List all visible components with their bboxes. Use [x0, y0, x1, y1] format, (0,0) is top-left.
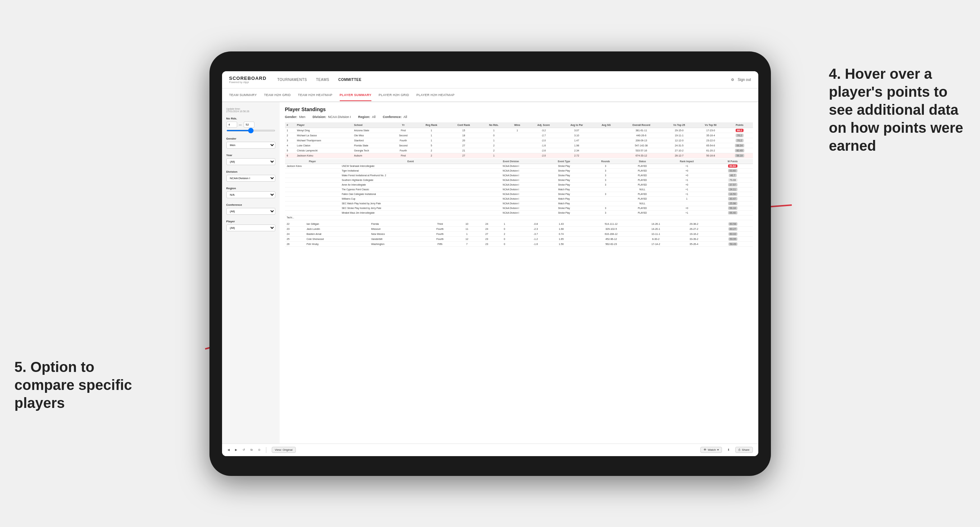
col-overall: Overall Record	[619, 122, 663, 128]
annotation-top-right: 4. Hover over a player's points to see a…	[829, 65, 966, 155]
update-time: Update time: 27/01/2024 16:56:26	[226, 108, 275, 113]
col-avg-to-par: Avg to Par	[560, 122, 593, 128]
no-rds-slider[interactable]	[226, 130, 275, 131]
chevron-down-icon: ▾	[717, 448, 719, 451]
back-button[interactable]: ◀	[228, 448, 230, 451]
table-row: 5 Christo Lamprecht Georgia Tech Fourth …	[285, 148, 753, 153]
sidebar-gender: Gender Men	[226, 137, 275, 149]
sidebar-year: Year (All)	[226, 154, 275, 165]
table-row: 23 Jack Lundin Missouri Fourth 11 24 0 -…	[285, 226, 753, 231]
gender-select[interactable]: Men	[226, 142, 275, 149]
sidebar-region: Region N/A	[226, 187, 275, 198]
col-avg-sg: Avg SG	[593, 122, 619, 128]
player-label: Player	[226, 220, 275, 223]
table-row: 26 Petr Hruby Washington Fifth 7 23 0 -1…	[285, 241, 753, 246]
tooltip-col-status: Status	[624, 159, 661, 164]
tooltip-row: SEC Stroke Play hosted by Jerry Pate NCA…	[285, 206, 753, 210]
share-label: Share	[742, 448, 749, 451]
table-row: 4 Luke Claton Florida State Second 5 27 …	[285, 143, 753, 148]
refresh-button[interactable]: ↺	[243, 448, 245, 451]
sub-nav-player-h2h-heatmap[interactable]: PLAYER H2H HEATMAP	[417, 90, 455, 101]
filter-gender: Gender: Men	[285, 115, 305, 119]
view-label: View: Original	[275, 448, 293, 451]
tooltip-col-rounds: Rounds	[587, 159, 624, 164]
logo-text: SCOREBOARD	[229, 76, 267, 81]
no-rds-min-input[interactable]	[226, 122, 237, 128]
history-button[interactable]: ⊙	[258, 448, 261, 451]
sub-nav-player-summary[interactable]: PLAYER SUMMARY	[340, 90, 372, 101]
sidebar-division: Division NCAA Division I	[226, 170, 275, 182]
region-label: Region	[226, 187, 275, 190]
logo-sub: Powered by clippi	[229, 81, 267, 83]
nav-teams[interactable]: TEAMS	[316, 76, 329, 83]
tooltip-col-event-div: Event Division	[481, 159, 541, 164]
year-select[interactable]: (All)	[226, 158, 275, 165]
region-select[interactable]: N/A	[226, 191, 275, 198]
share-button[interactable]: ⎙ Share	[735, 447, 752, 453]
table-row: 22 Ian Gilligan Florida Third 10 24 1 -0…	[285, 222, 753, 227]
main-content: Update time: 27/01/2024 16:56:26 No Rds.…	[222, 102, 758, 444]
bottom-toolbar: ◀ ▶ ↺ ⧉ ⊙ View: Original 👁 Watch ▾ ⬇	[222, 444, 758, 456]
table-title: Player Standings	[285, 106, 753, 112]
table-row: 1 Wenyi Ding Arizona State First 1 15 1 …	[285, 128, 753, 133]
tablet-screen: SCOREBOARD Powered by clippi TOURNAMENTS…	[222, 71, 758, 456]
division-select[interactable]: NCAA Division I	[226, 175, 275, 182]
sub-nav-player-h2h-grid[interactable]: PLAYER H2H GRID	[379, 90, 409, 101]
nav-bar: SCOREBOARD Powered by clippi TOURNAMENTS…	[222, 71, 758, 89]
conference-label: Conference	[226, 203, 275, 206]
share-icon: ⎙	[738, 448, 740, 451]
sub-nav-team-h2h-grid[interactable]: TEAM H2H GRID	[264, 90, 290, 101]
sign-out-link[interactable]: Sign out	[738, 78, 751, 82]
copy-button[interactable]: ⧉	[250, 448, 253, 452]
nav-committee[interactable]: COMMITTEE	[338, 76, 362, 83]
outer-container: 4. Hover over a player's points to see a…	[0, 0, 980, 527]
forward-button[interactable]: ▶	[235, 448, 237, 451]
filter-division: Division: NCAA Division I	[313, 115, 351, 119]
gender-label: Gender	[226, 137, 275, 140]
col-no-rds: No Rds.	[480, 122, 508, 128]
download-button[interactable]: ⬇	[727, 448, 730, 451]
table-row: 25 Cole Sherwood Vanderbilt Fourth 12 23…	[285, 237, 753, 241]
sub-nav-team-summary[interactable]: TEAM SUMMARY	[229, 90, 257, 101]
tooltip-row: Mirabel Maui Jim Intercollegiate NCAA Di…	[285, 210, 753, 215]
eye-icon: 👁	[703, 448, 706, 451]
player-select[interactable]: (All)	[226, 224, 275, 231]
col-vs-top25: Vs Top 25	[663, 122, 695, 128]
table-header-row: # Player School Yr Reg Rank Conf Rank No…	[285, 122, 753, 128]
sub-nav: TEAM SUMMARY TEAM H2H GRID TEAM H2H HEAT…	[222, 89, 758, 102]
filter-conference: Conference: All	[383, 115, 407, 119]
col-vs-top50: Vs Top 50	[695, 122, 726, 128]
tooltip-row: Wake Forest Invitational at Pinehurst No…	[285, 173, 753, 178]
watch-button[interactable]: 👁 Watch ▾	[700, 447, 722, 453]
tooltip-table-container: Player Event Event Division Event Type R…	[285, 159, 753, 220]
sub-nav-team-h2h-heatmap[interactable]: TEAM H2H HEATMAP	[298, 90, 332, 101]
tooltip-row: SEC Match Play hosted by Jerry Pate NCAA…	[285, 201, 753, 206]
division-label: Division	[226, 170, 275, 173]
nav-tournaments[interactable]: TOURNAMENTS	[277, 76, 307, 83]
tooltip-row: Tachi...	[285, 215, 753, 220]
tooltip-col-event-type: Event Type	[541, 159, 587, 164]
tooltip-col-w-points: W Points	[713, 159, 752, 164]
col-player: Player	[295, 122, 352, 128]
toolbar-separator	[266, 447, 266, 453]
col-yr: Yr	[391, 122, 416, 128]
filter-row: Gender: Men Division: NCAA Division I Re…	[285, 115, 753, 119]
table-area: Player Standings Gender: Men Division: N…	[280, 102, 758, 444]
filter-region: Region: All	[358, 115, 376, 119]
tooltip-header-row: Player Event Event Division Event Type R…	[285, 159, 753, 164]
logo-area: SCOREBOARD Powered by clippi	[229, 76, 267, 83]
nav-right: ⚙ Sign out	[731, 78, 751, 82]
no-rds-max-input[interactable]	[243, 122, 255, 128]
tooltip-row: Williams Cup NCAA Division I Match Play …	[285, 197, 753, 201]
view-original-button[interactable]: View: Original	[272, 447, 296, 453]
col-reg-rank: Reg Rank	[416, 122, 447, 128]
conference-select[interactable]: (All)	[226, 208, 275, 215]
table-row-highlighted: 6 Jackson Koivu Auburn First 2 27 1 -2.0…	[285, 153, 753, 158]
col-conf-rank: Conf Rank	[447, 122, 480, 128]
tablet-frame: SCOREBOARD Powered by clippi TOURNAMENTS…	[210, 51, 771, 476]
no-rds-label: No Rds.	[226, 117, 275, 120]
table-row: 2 Michael La Sasso Ole Miss Second 1 18 …	[285, 133, 753, 138]
download-icon: ⬇	[727, 448, 730, 451]
nav-links: TOURNAMENTS TEAMS COMMITTEE	[277, 76, 730, 83]
table-row: 24 Bastien Amat New Mexico Fourth 1 27 2…	[285, 231, 753, 237]
